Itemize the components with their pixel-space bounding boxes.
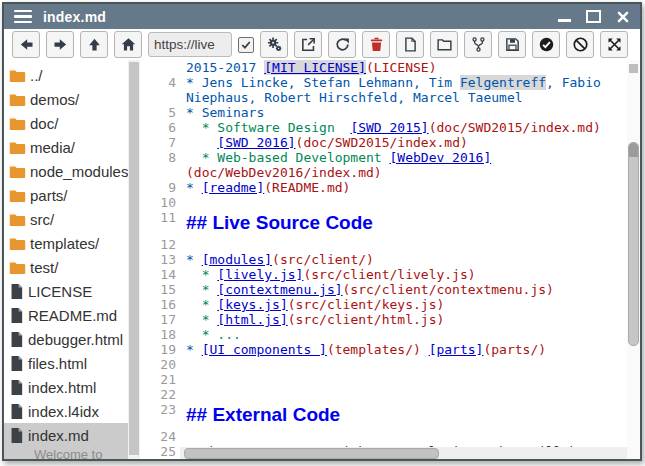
code-line[interactable]: * [keys.js](src/client/keys.js)	[186, 297, 627, 312]
file-list-item-license[interactable]: LICENSE	[4, 279, 128, 303]
markdown-link[interactable]: [keys.js]	[217, 297, 287, 312]
branch-button[interactable]	[464, 31, 492, 58]
edit-mode-checkbox[interactable]	[238, 37, 254, 53]
new-file-button[interactable]	[396, 31, 424, 58]
file-row[interactable]: demos/	[4, 87, 128, 111]
code-line[interactable]: * [contextmenu.js](src/client/contextmen…	[186, 282, 627, 297]
file-row[interactable]: files.html	[4, 351, 128, 375]
code-line[interactable]: 2015-2017 [MIT LICENSE](LICENSE)	[186, 60, 627, 75]
forward-button[interactable]	[46, 31, 74, 58]
minimize-icon[interactable]	[558, 19, 571, 22]
file-list-item-media[interactable]: media/	[4, 135, 128, 159]
file-list-item-..[interactable]: ../	[4, 63, 128, 87]
line-number	[142, 60, 176, 75]
file-row[interactable]: debugger.html	[4, 327, 128, 351]
maximize-icon[interactable]	[586, 10, 601, 23]
code-line[interactable]: * Web-based Development [WebDev 2016]	[186, 150, 627, 165]
code-line[interactable]: * [modules](src/client/)	[186, 252, 627, 267]
delete-button[interactable]	[362, 31, 390, 58]
file-list-item-index.l4idx[interactable]: index.l4idx	[4, 399, 128, 423]
code-line[interactable]: ## External Code	[186, 402, 627, 429]
markdown-link[interactable]: [html.js]	[217, 312, 287, 327]
sidebar-scrollbar-thumb[interactable]	[129, 62, 139, 455]
markdown-link[interactable]: [parts]	[429, 342, 484, 357]
file-list-item-parts[interactable]: parts/	[4, 183, 128, 207]
code-line[interactable]: * Seminars	[186, 105, 627, 120]
editor-horizontal-scrollbar-thumb[interactable]	[184, 448, 439, 459]
file-row[interactable]: templates/	[4, 231, 128, 255]
markdown-link[interactable]: [UI components ]	[202, 342, 327, 357]
file-row[interactable]: ../	[4, 63, 128, 87]
file-list-item-src[interactable]: src/	[4, 207, 128, 231]
close-icon[interactable]	[616, 10, 630, 24]
file-row[interactable]: media/	[4, 135, 128, 159]
markdown-link[interactable]: [SWD 2015]	[350, 120, 428, 135]
code-line[interactable]	[186, 372, 627, 387]
file-row[interactable]: index.l4idx	[4, 399, 128, 423]
markdown-link[interactable]: [contextmenu.js]	[217, 282, 342, 297]
code-text: *	[186, 267, 217, 282]
back-button[interactable]	[12, 31, 40, 58]
up-button[interactable]	[80, 31, 108, 58]
code-line[interactable]: * Jens Lincke, Stefan Lehmann, Tim Felge…	[186, 75, 627, 90]
scrollbar-thumb-cap	[629, 143, 638, 157]
code-area[interactable]: 2015-2017 [MIT LICENSE](LICENSE)* Jens L…	[180, 60, 627, 459]
code-line[interactable]: Niephaus, Robert Hirschfeld, Marcel Taeu…	[186, 90, 627, 105]
file-row[interactable]: test/	[4, 255, 128, 279]
home-button[interactable]	[114, 31, 142, 58]
file-row[interactable]: parts/	[4, 183, 128, 207]
open-external-button[interactable]	[294, 31, 322, 58]
file-row[interactable]: index.md	[4, 423, 128, 447]
file-row[interactable]: README.md	[4, 303, 128, 327]
save-button[interactable]	[498, 31, 526, 58]
code-line[interactable]	[186, 195, 627, 210]
code-line[interactable]: ## Live Source Code	[186, 210, 627, 237]
file-list-item-node-modules[interactable]: node_modules/	[4, 159, 128, 183]
url-input[interactable]	[148, 32, 232, 57]
file-list-item-demos[interactable]: demos/	[4, 87, 128, 111]
code-line[interactable]	[186, 237, 627, 252]
code-line[interactable]: * [html.js](src/client/html.js)	[186, 312, 627, 327]
file-row[interactable]: LICENSE	[4, 279, 128, 303]
code-line[interactable]	[186, 357, 627, 372]
gears-icon	[266, 36, 283, 53]
markdown-link[interactable]: [lively.js]	[217, 267, 303, 282]
code-line[interactable]: * Software Design [SWD 2015](doc/SWD2015…	[186, 120, 627, 135]
markdown-link[interactable]: [modules]	[202, 252, 272, 267]
code-text: Felgentreff	[460, 75, 546, 90]
markdown-link[interactable]: [MIT LICENSE]	[264, 60, 366, 75]
file-list-item-files.html[interactable]: files.html	[4, 351, 128, 375]
file-list-item-templates[interactable]: templates/	[4, 231, 128, 255]
file-list-item-test[interactable]: test/	[4, 255, 128, 279]
code-line[interactable]: [SWD 2016](doc/SWD2015/index.md)	[186, 135, 627, 150]
code-line[interactable]: * ...	[186, 327, 627, 342]
code-line[interactable]	[186, 429, 627, 444]
code-line[interactable]: * [lively.js](src/client/lively.js)	[186, 267, 627, 282]
editor-vertical-scrollbar-thumb[interactable]	[628, 142, 639, 346]
file-list-item-doc[interactable]: doc/	[4, 111, 128, 135]
settings-button[interactable]	[260, 31, 288, 58]
markdown-link[interactable]: [SWD 2016]	[217, 135, 295, 150]
file-row[interactable]: index.html	[4, 375, 128, 399]
file-row[interactable]: doc/	[4, 111, 128, 135]
cancel-button[interactable]	[566, 31, 594, 58]
file-list-item-debugger.html[interactable]: debugger.html	[4, 327, 128, 351]
markdown-editor[interactable]: 45678910111213141516171819202122232425 2…	[142, 60, 640, 459]
accept-button[interactable]	[532, 31, 560, 58]
fullscreen-button[interactable]	[600, 31, 628, 58]
file-row[interactable]: node_modules/	[4, 159, 128, 183]
refresh-button[interactable]	[328, 31, 356, 58]
file-list-item-index.html[interactable]: index.html	[4, 375, 128, 399]
code-line[interactable]	[186, 387, 627, 402]
markdown-link[interactable]: [readme]	[202, 180, 265, 195]
code-line[interactable]: * [UI components ](templates/) [parts](p…	[186, 342, 627, 357]
markdown-link[interactable]: [WebDev 2016]	[390, 150, 492, 165]
new-folder-button[interactable]	[430, 31, 458, 58]
file-row[interactable]: src/	[4, 207, 128, 231]
code-line[interactable]: (doc/WebDev2016/index.md)	[186, 165, 627, 180]
code-line[interactable]: * [readme](README.md)	[186, 180, 627, 195]
file-list-item-readme.md[interactable]: README.md	[4, 303, 128, 327]
file-list-item-index.md[interactable]: index.mdWelcome to	[4, 423, 128, 459]
code-text: * Web-based Development	[186, 150, 390, 165]
menu-icon[interactable]	[14, 10, 32, 24]
